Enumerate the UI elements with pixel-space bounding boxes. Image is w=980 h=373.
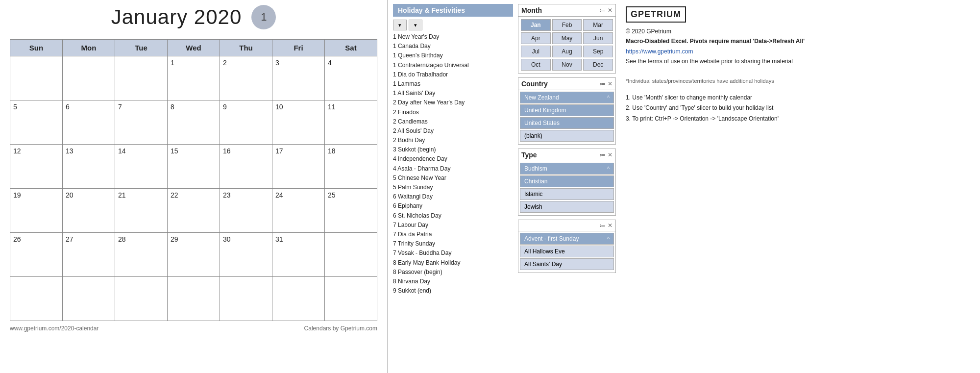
- day-number: 15: [171, 147, 178, 155]
- day-number: 26: [13, 235, 21, 243]
- holiday-name-clear-icon[interactable]: ✕: [608, 222, 612, 229]
- month-btn-mar[interactable]: Mar: [583, 19, 613, 31]
- month-btn-may[interactable]: May: [552, 32, 582, 44]
- holiday-item: 8 Early May Bank Holiday: [393, 258, 513, 268]
- country-item[interactable]: New Zealand^: [520, 92, 614, 103]
- holiday-item: 2 Candlemas: [393, 117, 513, 126]
- day-number: 5: [13, 103, 17, 111]
- month-btn-nov[interactable]: Nov: [552, 59, 582, 71]
- month-clear-icon[interactable]: ✕: [608, 7, 612, 14]
- calendar-day-cell: 9: [220, 100, 272, 145]
- calendar-day-cell: 12: [10, 145, 63, 189]
- col-sun: Sun: [10, 40, 63, 56]
- calendar-day-cell: 11: [325, 100, 377, 145]
- day-number: 11: [328, 103, 336, 111]
- day-number: 4: [328, 59, 332, 67]
- type-item[interactable]: Islamic: [520, 188, 614, 200]
- main-container: January 2020 1 Sun Mon Tue Wed Thu Fri S…: [0, 0, 980, 373]
- day-number: 1: [171, 59, 174, 67]
- month-btn-dec[interactable]: Dec: [583, 59, 613, 71]
- holiday-item: 7 Vesak - Buddha Day: [393, 249, 513, 258]
- holiday-item: 4 Independence Day: [393, 154, 513, 164]
- type-item[interactable]: Christian: [520, 175, 614, 187]
- month-slicer: Month ≔ ✕ JanFebMarAprMayJunJulAugSepOct…: [518, 4, 616, 74]
- type-list: Budhism^ChristianIslamicJewish: [518, 161, 615, 215]
- calendar-week-row: 262728293031: [10, 233, 377, 277]
- country-slicer-title: Country: [521, 80, 548, 88]
- type-sort-icon[interactable]: ≔: [600, 151, 606, 158]
- day-number: 9: [223, 103, 227, 111]
- calendar-day-cell: 3: [272, 56, 325, 100]
- holiday-item: 8 Nirvana Day: [393, 277, 513, 286]
- calendar-day-cell: 23: [220, 189, 272, 233]
- country-sort-icon[interactable]: ≔: [600, 80, 606, 87]
- terms-note: See the terms of use on the website prio…: [626, 56, 970, 66]
- calendar-footer: www.gpetrium.com/2020-calendar Calendars…: [10, 325, 377, 332]
- month-btn-aug[interactable]: Aug: [552, 46, 582, 57]
- month-btn-jun[interactable]: Jun: [583, 32, 613, 44]
- calendar-day-cell: 17: [272, 145, 325, 189]
- holiday-item: 3 Sukkot (begin): [393, 145, 513, 154]
- holiday-item: 1 Canada Day: [393, 42, 513, 51]
- holiday-list-controls: ▾ ▾: [393, 20, 513, 30]
- calendar-day-cell: 8: [168, 100, 220, 145]
- month-sort-icon[interactable]: ≔: [600, 7, 606, 14]
- macro-note: Macro-Disabled Excel. Pivots require man…: [626, 38, 805, 45]
- type-clear-icon[interactable]: ✕: [608, 151, 612, 158]
- list-collapse-btn[interactable]: ▾: [409, 20, 422, 30]
- day-number: 20: [66, 191, 74, 199]
- calendar-header: January 2020 1: [10, 5, 377, 29]
- holiday-name-item[interactable]: Advent - first Sunday^: [520, 233, 614, 245]
- day-number: 2: [223, 59, 227, 67]
- calendar-title: January 2020: [111, 5, 242, 29]
- country-list: New Zealand^United KingdomUnited States(…: [518, 90, 615, 144]
- month-btn-feb[interactable]: Feb: [552, 19, 582, 31]
- slicers-panel: Month ≔ ✕ JanFebMarAprMayJunJulAugSepOct…: [518, 4, 616, 369]
- day-number: 19: [13, 191, 21, 199]
- calendar-day-cell: 22: [168, 189, 220, 233]
- instruction-item: 2. Use 'Country' and 'Type' slicer to bu…: [626, 103, 970, 114]
- calendar-day-cell: 18: [325, 145, 377, 189]
- country-item[interactable]: (blank): [520, 130, 614, 142]
- col-wed: Wed: [168, 40, 220, 56]
- calendar-day-cell: 13: [63, 145, 115, 189]
- month-btn-jul[interactable]: Jul: [521, 46, 551, 57]
- holiday-item: 2 Day after New Year's Day: [393, 98, 513, 107]
- holiday-item: 6 Epiphany: [393, 201, 513, 211]
- holiday-name-item[interactable]: All Hallows Eve: [520, 246, 614, 257]
- holiday-name-item[interactable]: All Saints' Day: [520, 258, 614, 270]
- day-number: 6: [66, 103, 70, 111]
- holiday-title: Holiday & Festivities: [393, 4, 513, 17]
- month-btn-oct[interactable]: Oct: [521, 59, 551, 71]
- month-btn-jan[interactable]: Jan: [521, 19, 551, 31]
- calendar-day-cell: 21: [115, 189, 168, 233]
- info-text: © 2020 GPetrium Macro-Disabled Excel. Pi…: [626, 26, 970, 86]
- type-item[interactable]: Jewish: [520, 201, 614, 213]
- col-tue: Tue: [115, 40, 168, 56]
- day-number: 28: [118, 235, 126, 243]
- day-number: 29: [171, 235, 178, 243]
- calendar-day-cell: [325, 277, 377, 321]
- calendar-day-cell: 29: [168, 233, 220, 277]
- website-link[interactable]: https://www.gpetrium.com: [626, 48, 693, 55]
- footer-right: Calendars by Gpetrium.com: [304, 325, 377, 332]
- day-number: 25: [328, 191, 336, 199]
- page-number: 1: [251, 5, 276, 29]
- month-btn-sep[interactable]: Sep: [583, 46, 613, 57]
- footer-left: www.gpetrium.com/2020-calendar: [10, 325, 98, 332]
- list-expand-btn[interactable]: ▾: [393, 20, 407, 30]
- type-item[interactable]: Budhism^: [520, 163, 614, 174]
- country-item[interactable]: United Kingdom: [520, 104, 614, 116]
- type-slicer-title: Type: [521, 151, 537, 159]
- calendar-day-cell: [10, 277, 63, 321]
- day-number: 13: [66, 147, 74, 155]
- holiday-name-sort-icon[interactable]: ≔: [600, 222, 606, 229]
- right-panel: Holiday & Festivities ▾ ▾ 1 New Year's D…: [388, 0, 980, 373]
- month-btn-apr[interactable]: Apr: [521, 32, 551, 44]
- holiday-item: 5 Chinese New Year: [393, 174, 513, 183]
- type-slicer-header: Type ≔ ✕: [518, 149, 615, 161]
- holiday-item: 2 Bodhi Day: [393, 136, 513, 145]
- country-item[interactable]: United States: [520, 117, 614, 129]
- country-clear-icon[interactable]: ✕: [608, 80, 612, 87]
- calendar-day-cell: 10: [272, 100, 325, 145]
